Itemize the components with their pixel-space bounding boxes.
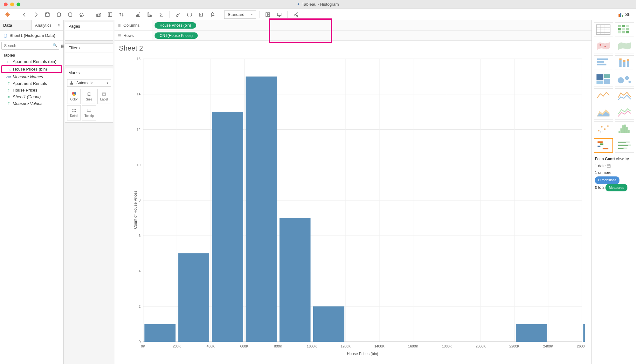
new-datasource-button[interactable] [54, 10, 64, 19]
pause-updates-button[interactable] [65, 10, 75, 19]
minimize-window-button[interactable] [10, 3, 14, 6]
svg-point-19 [297, 13, 298, 14]
field-measure-values[interactable]: # Measure Values [0, 100, 63, 107]
svg-text:1600K: 1600K [408, 344, 418, 348]
sm-text-table[interactable] [594, 22, 613, 37]
histogram-chart[interactable]: 02468101214160K200K400K600K800K1000K1200… [134, 56, 585, 358]
rows-shelf[interactable]: Rows CNT(House Prices) [114, 31, 591, 41]
svg-text:200K: 200K [173, 344, 181, 348]
mark-detail-button[interactable]: Detail [67, 105, 81, 120]
clear-sheet-button[interactable] [105, 10, 115, 19]
forward-button[interactable] [31, 10, 41, 19]
svg-point-40 [75, 111, 76, 112]
presentation-mode-button[interactable] [274, 10, 284, 19]
analytics-tab[interactable]: Analytics [32, 20, 63, 30]
mark-label: Label [100, 98, 108, 101]
data-source[interactable]: Sheet1 (Histogram Data) [0, 31, 63, 41]
sm-hbar[interactable] [594, 55, 613, 70]
share-button[interactable] [291, 10, 301, 19]
pages-card[interactable]: Pages [65, 22, 113, 41]
svg-rect-120 [597, 74, 604, 80]
sm-scatter[interactable]: + + [594, 121, 613, 136]
svg-rect-17 [277, 13, 281, 16]
close-window-button[interactable] [4, 3, 8, 6]
field-apartment-rentals[interactable]: # Apartment Rentals [0, 80, 63, 87]
sm-gantt[interactable] [594, 138, 613, 153]
chart[interactable]: Count of House Prices 02468101214160K200… [114, 56, 591, 364]
calendar-icon [607, 164, 611, 168]
svg-rect-95 [313, 306, 344, 342]
filters-card[interactable]: Filters [65, 43, 113, 65]
svg-text:6: 6 [139, 234, 141, 237]
totals-button[interactable] [156, 10, 166, 19]
columns-pill[interactable]: House Prices (bin) [155, 22, 196, 29]
field-house-prices-bin[interactable]: .ılı. House Prices (bin) [1, 65, 62, 73]
svg-rect-22 [620, 13, 621, 17]
sort-asc-button[interactable] [133, 10, 143, 19]
svg-rect-11 [149, 14, 150, 17]
tableau-home-icon[interactable] [3, 10, 13, 19]
sm-area-discrete[interactable] [594, 105, 613, 120]
new-worksheet-button[interactable] [93, 10, 104, 19]
svg-point-131 [604, 128, 606, 130]
mark-label-button[interactable]: T Label [97, 89, 111, 104]
field-house-prices[interactable]: # House Prices [0, 87, 63, 93]
sm-line-continuous[interactable] [615, 88, 634, 103]
columns-shelf[interactable]: Columns House Prices (bin) [114, 20, 591, 31]
svg-text:400K: 400K [206, 344, 215, 348]
highlight-button[interactable] [173, 10, 183, 19]
group-button[interactable] [184, 10, 195, 19]
sm-area-continuous[interactable] [615, 105, 634, 120]
sm-histogram[interactable] [615, 121, 634, 136]
sm-stacked-bar[interactable] [615, 55, 634, 70]
marks-type-selector[interactable]: Automatic [67, 79, 111, 87]
svg-rect-108 [626, 31, 629, 33]
number-icon: # [6, 95, 11, 99]
show-me-button[interactable]: Sh [615, 10, 633, 19]
mark-color-button[interactable]: Color [67, 89, 81, 104]
svg-point-39 [73, 111, 74, 112]
sm-treemap[interactable] [594, 72, 613, 86]
mark-size-button[interactable]: Size [82, 89, 96, 104]
svg-rect-145 [618, 142, 626, 142]
svg-rect-99 [597, 24, 610, 34]
mark-tooltip-button[interactable]: Tooltip [82, 105, 96, 120]
save-button[interactable] [42, 10, 52, 19]
svg-point-30 [73, 94, 75, 96]
tableau-logo-icon: ✦ [297, 2, 300, 6]
zoom-window-button[interactable] [17, 3, 20, 6]
field-label: Measure Values [13, 101, 42, 106]
sm-filled-map[interactable] [615, 39, 634, 53]
field-apartment-rentals-bin[interactable]: ılı. Apartment Rentals (bin) [0, 58, 63, 65]
sm-heatmap[interactable] [615, 22, 634, 37]
sheet-title[interactable]: Sheet 2 [114, 41, 591, 56]
field-measure-names[interactable]: Abc Measure Names [0, 73, 63, 80]
svg-rect-97 [583, 324, 585, 342]
field-sheet1-count[interactable]: # Sheet1 (Count) [0, 93, 63, 100]
sm-bullet[interactable] [615, 138, 634, 153]
back-button[interactable] [19, 10, 30, 19]
sm-line-discrete[interactable] [594, 88, 613, 103]
svg-point-1 [57, 13, 60, 14]
svg-point-125 [625, 76, 629, 80]
fit-selector[interactable]: Standard [224, 10, 256, 19]
shelves: Columns House Prices (bin) Rows CNT(Hous… [114, 20, 591, 41]
sm-circle-views[interactable] [615, 72, 634, 86]
svg-rect-135 [620, 128, 622, 133]
show-cards-button[interactable] [263, 10, 273, 19]
sort-desc-button[interactable] [145, 10, 155, 19]
filters-card-header: Filters [65, 44, 113, 52]
refresh-button[interactable] [77, 10, 87, 19]
data-search-input[interactable] [1, 42, 59, 50]
separator [16, 11, 16, 18]
show-labels-button[interactable]: T [196, 10, 206, 19]
pin-button[interactable] [207, 10, 218, 19]
svg-rect-21 [619, 14, 620, 17]
svg-point-109 [599, 44, 601, 46]
show-me-hint: For a Gantt view try 1 date 1 or more Di… [594, 153, 634, 195]
swap-button[interactable] [116, 10, 127, 19]
rows-pill[interactable]: CNT(House Prices) [155, 32, 198, 39]
sm-symbol-map[interactable] [594, 39, 613, 53]
data-tab[interactable]: Data [0, 20, 32, 30]
svg-rect-5 [99, 15, 100, 17]
